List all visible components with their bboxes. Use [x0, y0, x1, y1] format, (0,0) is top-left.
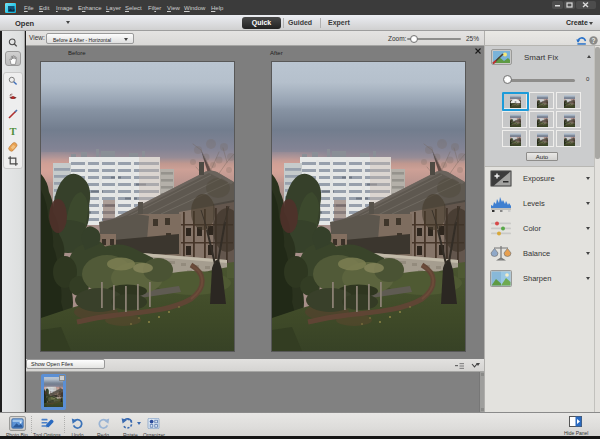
svg-text:T: T — [9, 126, 16, 137]
svg-text:?: ? — [592, 37, 596, 44]
